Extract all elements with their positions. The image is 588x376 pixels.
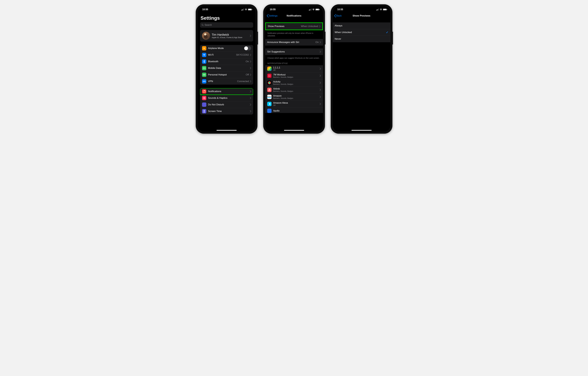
svg-point-6 (268, 75, 269, 75)
row-label: Bluetooth (208, 60, 246, 63)
avatar (202, 32, 210, 40)
option-when-unlocked[interactable]: When Unlocked ✓ (333, 29, 390, 36)
row-vpn[interactable]: VPN VPN Connected (200, 78, 253, 85)
row-personal-hotspot[interactable]: Personal Hotspot Off (200, 71, 253, 78)
screen-settings-root: 10:55 Settings Search Tim Hardwick Apple… (198, 6, 255, 132)
row-value: Connected (237, 80, 249, 83)
chevron-right-icon (250, 90, 251, 93)
cellular-signal-icon (241, 9, 244, 11)
phone-frame-1: 10:55 Settings Search Tim Hardwick Apple… (196, 4, 257, 134)
airplane-toggle[interactable] (244, 46, 251, 50)
row-airplane-mode[interactable]: ✈ Airplane Mode (200, 45, 253, 52)
chevron-right-icon (250, 97, 251, 99)
app-row-amazon[interactable]: amazon AmazonBanners, Sounds, Badges (265, 93, 323, 100)
profile-group: Tim Hardwick Apple ID, iCloud, iTunes & … (200, 30, 253, 42)
preview-options-group: Always When Unlocked ✓ Never (333, 22, 390, 42)
chevron-right-icon (250, 110, 251, 112)
moon-icon (202, 102, 206, 107)
row-screen-time[interactable]: Screen Time (200, 108, 253, 115)
chevron-right-icon (320, 96, 321, 98)
row-value: SKYCCD02 (236, 54, 249, 56)
status-time: 10:55 (270, 8, 276, 11)
chevron-right-icon (320, 82, 321, 84)
svg-point-9 (268, 76, 269, 76)
connectivity-group: ✈ Airplane Mode Wi-Fi SKYCCD02 Bluetooth… (200, 45, 253, 85)
app-row-activity[interactable]: ActivityBanners, Sounds, Badges (265, 79, 323, 86)
row-label: Wi-Fi (208, 54, 236, 56)
option-never[interactable]: Never (333, 36, 390, 42)
row-label: Siri Suggestions (267, 50, 320, 53)
chevron-right-icon (320, 103, 321, 105)
app-name: Apollo (273, 110, 321, 112)
siri-suggestions-group: Siri Suggestions (265, 48, 323, 55)
row-sounds-haptics[interactable]: Sounds & Haptics (200, 95, 253, 101)
app-list: 1 1.1.1.1Off 7M WorkoutBanners, Sounds, … (265, 65, 323, 113)
status-indicators (241, 9, 252, 11)
svg-point-8 (270, 75, 270, 75)
app-row-apollo[interactable]: Apollo (265, 108, 323, 113)
row-value: On (315, 41, 319, 44)
app-name: 1.1.1.1 (273, 66, 320, 69)
siri-footer: Choose which apps can suggest Shortcuts … (265, 56, 323, 61)
app-row-alexa[interactable]: Amazon AlexaOff (265, 100, 323, 108)
row-value: When Unlocked (301, 25, 318, 28)
phone-frame-2: 10:55 Settings Notifications Show Previe… (263, 4, 325, 134)
back-button[interactable]: Back (334, 14, 342, 17)
svg-point-13 (270, 76, 270, 77)
app-row-airbnb[interactable]: AirbnbBanners, Sounds, Badges (265, 86, 323, 93)
row-announce-siri[interactable]: Announce Messages with Siri On (265, 39, 323, 45)
airplane-icon: ✈ (202, 46, 206, 50)
home-indicator[interactable] (217, 130, 237, 131)
option-always[interactable]: Always (333, 22, 390, 29)
app-row-1111[interactable]: 1 1.1.1.1Off (265, 65, 323, 72)
app-sub: Banners, Sounds, Badges (273, 76, 320, 78)
app-name: Airbnb (273, 88, 320, 90)
wifi-settings-icon (202, 53, 206, 57)
home-indicator[interactable] (284, 130, 304, 131)
cellular-signal-icon (309, 9, 311, 11)
search-icon (201, 24, 204, 26)
chevron-right-icon (250, 54, 251, 56)
screen-show-previews: 10:55 Back Show Previews Always When Unl (333, 6, 390, 132)
vpn-icon: VPN (202, 79, 206, 84)
settings-content[interactable]: Settings Search Tim Hardwick Apple ID, i… (198, 13, 255, 132)
checkmark-icon: ✓ (386, 31, 388, 34)
app-row-7m[interactable]: 7M WorkoutBanners, Sounds, Badges (265, 72, 323, 79)
app-icon (267, 81, 272, 85)
row-bluetooth[interactable]: Bluetooth On (200, 58, 253, 65)
app-name: Amazon (273, 95, 320, 97)
antenna-icon (202, 66, 206, 70)
row-label: Sounds & Haptics (208, 97, 250, 100)
wifi-icon (380, 9, 382, 11)
apple-id-row[interactable]: Tim Hardwick Apple ID, iCloud, iTunes & … (200, 30, 253, 42)
home-indicator[interactable] (352, 130, 372, 131)
search-input[interactable]: Search (200, 22, 253, 28)
battery-icon (315, 9, 319, 11)
row-siri-suggestions[interactable]: Siri Suggestions (265, 48, 323, 55)
wifi-icon (312, 9, 315, 11)
chevron-right-icon (250, 60, 251, 63)
previews-content[interactable]: Always When Unlocked ✓ Never (333, 19, 390, 132)
row-value: On (246, 60, 249, 63)
row-mobile-data[interactable]: Mobile Data (200, 65, 253, 71)
battery-icon (383, 9, 387, 11)
previews-footer: Notification previews will only be shown… (265, 31, 323, 39)
row-label: Notifications (208, 90, 250, 93)
app-icon (267, 88, 272, 92)
back-button[interactable]: Settings (267, 14, 278, 17)
row-label: Personal Hotspot (208, 73, 246, 76)
row-wifi[interactable]: Wi-Fi SKYCCD02 (200, 52, 253, 58)
page-title: Settings (198, 13, 255, 22)
row-do-not-disturb[interactable]: Do Not Disturb (200, 101, 253, 108)
chevron-right-icon (250, 103, 251, 106)
notifications-group: Notifications Sounds & Haptics Do Not Di… (200, 88, 253, 115)
row-show-previ

ews[interactable]: Show Previews When Unlocked (266, 23, 322, 30)
svg-point-5 (204, 90, 205, 91)
notifications-content[interactable]: Show Previews When Unlocked Notification… (265, 19, 323, 132)
profile-name: Tim Hardwick (212, 33, 250, 36)
notch (212, 6, 241, 11)
announce-group: Announce Messages with Siri On (265, 39, 323, 45)
chevron-left-icon (267, 14, 269, 17)
app-icon (267, 74, 272, 78)
row-notifications[interactable]: Notifications (200, 88, 253, 95)
